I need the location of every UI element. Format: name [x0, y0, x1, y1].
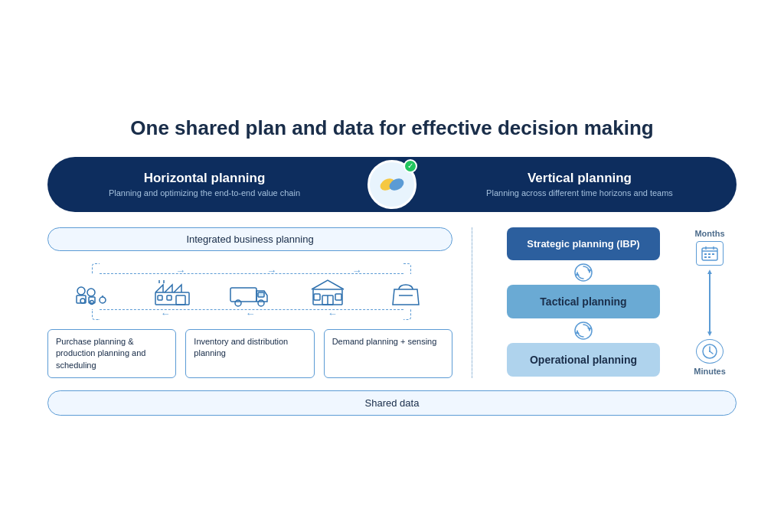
- svg-rect-39: [704, 256, 707, 258]
- farm-icon: [55, 274, 133, 309]
- planning-levels: Strategic planning (IBP) Tactical planni…: [492, 227, 675, 377]
- label-boxes: Purchase planning & production planning …: [47, 329, 452, 378]
- main-container: One shared plan and data for effective d…: [24, 101, 760, 431]
- time-label-months: Months: [694, 229, 724, 238]
- vertical-planning-section: Vertical planning Planning across differ…: [423, 163, 737, 205]
- svg-point-44: [709, 351, 710, 352]
- vertical-planning-title: Vertical planning: [438, 171, 721, 186]
- operational-planning-box: Operational planning: [507, 343, 660, 377]
- svg-rect-37: [708, 253, 710, 255]
- svg-rect-10: [155, 292, 189, 305]
- svg-point-8: [100, 297, 106, 303]
- clock-icon: [696, 339, 724, 364]
- svg-rect-12: [167, 295, 172, 300]
- svg-point-18: [258, 300, 264, 306]
- horizontal-planning-section: Horizontal planning Planning and optimiz…: [47, 163, 361, 205]
- time-label-minutes: Minutes: [694, 367, 726, 376]
- svg-point-6: [80, 299, 85, 303]
- left-section: Integrated business planning → → →: [47, 227, 452, 378]
- calendar-icon: [696, 241, 724, 266]
- puzzle-icon-svg: [377, 171, 407, 198]
- right-section: Strategic planning (IBP) Tactical planni…: [492, 227, 737, 377]
- vertical-planning-sub: Planning across different time horizons …: [438, 188, 721, 197]
- svg-rect-19: [258, 292, 264, 297]
- purchase-planning-label: Purchase planning & production planning …: [47, 329, 176, 378]
- content-area: Integrated business planning → → →: [47, 227, 737, 378]
- svg-point-5: [87, 289, 95, 296]
- svg-rect-40: [708, 256, 710, 258]
- svg-point-3: [77, 287, 85, 295]
- svg-rect-36: [704, 253, 707, 255]
- store-icon: [289, 274, 367, 309]
- page-title: One shared plan and data for effective d…: [47, 116, 737, 140]
- cycle-icon-1: [573, 260, 594, 285]
- svg-rect-13: [176, 295, 185, 305]
- supply-chain-flow: → → →: [47, 262, 452, 321]
- svg-rect-38: [712, 253, 714, 255]
- horizontal-planning-title: Horizontal planning: [63, 171, 346, 186]
- svg-rect-23: [314, 294, 320, 300]
- header-bar: Horizontal planning Planning and optimiz…: [47, 157, 737, 212]
- svg-point-7: [90, 300, 93, 304]
- shared-data-bar: Shared data: [47, 390, 737, 416]
- demand-planning-label: Demand planning + sensing: [324, 329, 452, 378]
- cycle-icon-2: [573, 318, 594, 343]
- strategic-planning-box: Strategic planning (IBP): [507, 227, 660, 260]
- inventory-distribution-label: Inventory and distribution planning: [185, 329, 314, 378]
- time-axis: Months: [683, 227, 737, 377]
- ibp-bar: Integrated business planning: [47, 227, 452, 251]
- factory-icon: [133, 274, 211, 309]
- tactical-planning-box: Tactical planning: [507, 285, 660, 318]
- horizontal-planning-sub: Planning and optimizing the end-to-end v…: [63, 188, 346, 197]
- shopping-bag-icon: [367, 274, 445, 309]
- svg-rect-16: [230, 288, 256, 302]
- center-icon: ✓: [361, 160, 423, 209]
- truck-icon: [211, 274, 289, 309]
- puzzle-icon-circle: ✓: [368, 160, 416, 209]
- svg-rect-24: [335, 294, 341, 300]
- svg-point-17: [235, 300, 241, 306]
- vertical-divider: [472, 227, 472, 378]
- check-badge: ✓: [403, 159, 417, 173]
- svg-rect-11: [158, 295, 162, 300]
- supply-chain-icons: [47, 274, 452, 309]
